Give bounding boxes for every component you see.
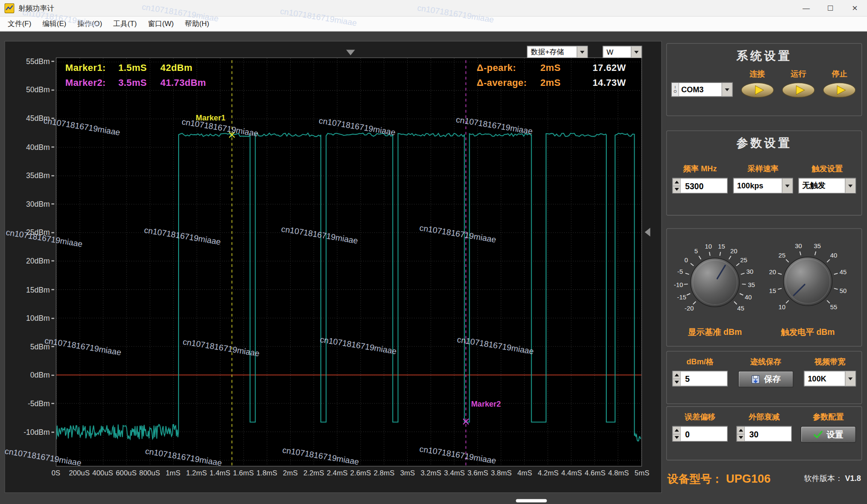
frequency-input[interactable]: 5300 xyxy=(673,178,728,193)
decrement-button[interactable] xyxy=(673,378,680,386)
close-button[interactable]: ✕ xyxy=(843,0,867,16)
decrement-button[interactable] xyxy=(737,434,744,441)
minimize-button[interactable]: — xyxy=(794,0,818,16)
error-offset-input[interactable]: 0 xyxy=(673,426,728,442)
com-port-select[interactable]: IO COM3 xyxy=(671,82,733,97)
x-axis-label: 3mS xyxy=(400,469,415,477)
svg-text:45: 45 xyxy=(840,269,847,275)
chevron-down-icon[interactable] xyxy=(782,179,793,193)
trace-save-label: 迹线保存 xyxy=(750,357,781,367)
menu-edit[interactable]: 编辑(E) xyxy=(37,17,72,31)
y-axis: 55dBm50dBm45dBm40dBm35dBm30dBm25dBm20dBm… xyxy=(5,41,54,492)
y-axis-label: -5dBm xyxy=(28,399,54,409)
increment-button[interactable] xyxy=(673,427,680,434)
taskbar-hint xyxy=(516,499,547,502)
menu-tools[interactable]: 工具(T) xyxy=(108,17,142,31)
device-footer: 设备型号：UPG106 软件版本：V1.8 xyxy=(666,466,862,491)
chevron-down-icon[interactable] xyxy=(577,47,588,58)
x-axis-label: 2.2mS xyxy=(303,469,324,477)
sample-rate-select[interactable]: 100kps xyxy=(733,178,793,193)
x-axis-label: 0S xyxy=(51,469,60,477)
marker2-tag[interactable]: Marker2 xyxy=(471,400,500,409)
app-icon xyxy=(4,3,14,13)
x-axis-label: 1.8mS xyxy=(256,469,277,477)
trigger-level-knob[interactable]: 10152025303540455055 xyxy=(766,240,849,323)
x-axis-label: 600uS xyxy=(116,469,137,477)
frequency-label: 频率 MHz xyxy=(683,164,717,174)
ext-attenuation-label: 外部衰减 xyxy=(749,412,779,422)
svg-text:35: 35 xyxy=(814,243,821,249)
chevron-down-icon[interactable] xyxy=(845,179,855,193)
svg-text:50: 50 xyxy=(840,287,847,294)
stop-label: 停止 xyxy=(821,69,858,79)
save-button[interactable]: 保存 xyxy=(738,371,794,387)
connect-label: 连接 xyxy=(739,69,776,79)
parameter-settings-title: 参数设置 xyxy=(667,135,861,151)
menu-file[interactable]: 文件(F) xyxy=(2,17,37,31)
display-ref-knob[interactable]: -20-15-10-5051015202530354045 xyxy=(673,241,756,324)
x-axis-label: 4.2mS xyxy=(538,469,559,477)
trigger-setting-select[interactable]: 无触发 xyxy=(799,178,856,193)
increment-button[interactable] xyxy=(737,427,744,434)
connect-button[interactable] xyxy=(740,82,774,99)
config-button[interactable]: 设置 xyxy=(801,426,856,443)
chevron-down-icon[interactable] xyxy=(631,47,641,58)
marker1-tag[interactable]: Marker1 xyxy=(196,113,225,122)
menu-operate[interactable]: 操作(O) xyxy=(72,17,108,31)
svg-text:10: 10 xyxy=(705,243,712,250)
decrement-button[interactable] xyxy=(673,434,680,441)
svg-text:-20: -20 xyxy=(685,305,694,312)
stop-button[interactable] xyxy=(823,82,857,99)
increment-button[interactable] xyxy=(673,372,680,378)
ext-attenuation-input[interactable]: 30 xyxy=(737,426,792,442)
x-axis-label: 4mS xyxy=(517,469,532,477)
chevron-down-icon[interactable] xyxy=(845,372,855,386)
waveform-plot[interactable] xyxy=(56,58,641,466)
knobs-group: -20-15-10-5051015202530354045 1015202530… xyxy=(666,228,862,346)
trigger-level-label: 触发电平 dBm xyxy=(766,327,849,338)
increment-button[interactable] xyxy=(673,179,680,185)
cursor-handle-icon[interactable] xyxy=(346,50,355,55)
menu-help[interactable]: 帮助(H) xyxy=(179,17,215,31)
y-axis-label: 40dBm xyxy=(26,142,54,152)
plot-area[interactable]: Marker1: 1.5mS 42dBm Marker2: 3.5mS 41.7… xyxy=(56,58,642,467)
correction-settings-group: 误差偏移 0 外部衰减 xyxy=(666,406,862,460)
x-axis-label: 1.4mS xyxy=(209,469,230,477)
video-bw-select[interactable]: 100K xyxy=(804,371,856,386)
chevron-down-icon[interactable] xyxy=(722,83,732,96)
x-axis-label: 2.8mS xyxy=(373,469,394,477)
dbm-per-div-input[interactable]: 5 xyxy=(673,371,728,386)
device-model: 设备型号：UPG106 xyxy=(667,471,770,486)
maximize-button[interactable]: ☐ xyxy=(818,0,843,16)
display-mode-select[interactable]: 数据+存储 xyxy=(527,46,588,58)
software-version: 软件版本：V1.8 xyxy=(804,474,861,483)
y-axis-label: 55dBm xyxy=(26,56,54,66)
dbm-per-div-label: dBm/格 xyxy=(687,357,714,367)
x-axis-label: 3.4mS xyxy=(444,469,465,477)
io-icon: IO xyxy=(672,83,679,96)
x-axis-label: 800uS xyxy=(139,469,160,477)
svg-text:45: 45 xyxy=(737,305,744,312)
y-axis-label: 35dBm xyxy=(26,170,54,180)
frequency-value: 5300 xyxy=(681,179,727,193)
y-axis-label: 25dBm xyxy=(26,228,54,237)
svg-text:25: 25 xyxy=(779,252,786,259)
menu-window[interactable]: 窗口(W) xyxy=(142,17,179,31)
svg-text:0: 0 xyxy=(685,257,688,264)
y-axis-label: 0dBm xyxy=(30,370,54,380)
x-axis-label: 3.6mS xyxy=(467,469,488,477)
unit-select[interactable]: W xyxy=(602,46,642,58)
trigger-setting-value: 无触发 xyxy=(799,179,845,193)
svg-text:20: 20 xyxy=(730,248,738,255)
pan-handle-icon[interactable] xyxy=(645,228,650,237)
unit-value: W xyxy=(603,47,631,58)
run-label: 运行 xyxy=(780,69,817,79)
check-icon xyxy=(813,430,823,438)
x-axis: 0S200uS400uS600uS800uS1mS1.2mS1.4mS1.6mS… xyxy=(56,469,642,478)
decrement-button[interactable] xyxy=(673,185,680,193)
video-bw-value: 100K xyxy=(805,372,845,386)
error-offset-label: 误差偏移 xyxy=(685,412,715,422)
x-axis-label: 400uS xyxy=(92,469,113,477)
y-axis-label: 15dBm xyxy=(26,284,54,294)
run-button[interactable] xyxy=(781,82,815,99)
